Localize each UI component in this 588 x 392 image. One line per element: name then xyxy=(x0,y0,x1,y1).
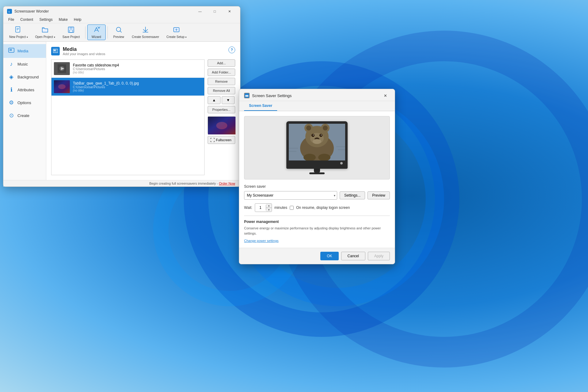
fullscreen-label: Fullscreen xyxy=(216,138,232,142)
preview-label: Preview xyxy=(113,35,124,39)
new-project-icon xyxy=(15,26,22,35)
svg-point-9 xyxy=(98,27,100,28)
settings-dialog: Screen Saver Settings ✕ Screen Saver xyxy=(239,89,395,264)
preview-icon xyxy=(115,26,123,35)
change-power-settings-link[interactable]: Change power settings xyxy=(244,239,279,243)
panel-subtitle: Add your images and videos xyxy=(63,52,105,56)
main-content: Media ♪ Music ◈ Background ℹ Attributes … xyxy=(3,42,240,180)
list-item[interactable]: TabBar_qwe_qwe_1_Tab_{0, 0, 0, 0}.jpg C:… xyxy=(51,78,204,96)
screensaver-select[interactable]: My Screensaver xyxy=(244,191,337,200)
menu-content[interactable]: Content xyxy=(18,17,36,22)
media-preview-thumbnail xyxy=(208,116,235,134)
settings-button[interactable]: Settings... xyxy=(340,191,365,199)
menu-file[interactable]: File xyxy=(6,17,17,22)
nav-buttons: ▲ ▼ xyxy=(208,96,235,104)
wait-value[interactable]: 1 xyxy=(255,205,266,210)
svg-point-12 xyxy=(116,27,121,32)
ok-button[interactable]: OK xyxy=(320,252,338,260)
toolbar-wizard[interactable]: Wizard xyxy=(87,24,106,40)
add-button[interactable]: Add... xyxy=(208,59,235,67)
screensaver-select-wrapper[interactable]: My Screensaver ▾ xyxy=(244,191,337,200)
power-description: Conserve energy or maximize performance … xyxy=(244,226,390,236)
svg-point-36 xyxy=(323,126,328,130)
save-project-icon xyxy=(67,26,75,35)
sidebar: Media ♪ Music ◈ Background ℹ Attributes … xyxy=(3,42,46,180)
power-title: Power management xyxy=(244,220,390,224)
close-button[interactable]: ✕ xyxy=(222,6,236,16)
media-list[interactable]: Favorite cats slideshow.mp4 C:\Users\ces… xyxy=(51,59,205,175)
sidebar-item-music[interactable]: ♪ Music xyxy=(3,58,46,70)
menu-make[interactable]: Make xyxy=(56,17,70,22)
open-project-icon xyxy=(41,26,49,35)
media-layout: Favorite cats slideshow.mp4 C:\Users\ces… xyxy=(51,59,235,175)
attributes-icon: ℹ xyxy=(8,86,14,93)
toolbar-create-setup[interactable]: Create Setup ▾ xyxy=(163,24,190,40)
monitor-base xyxy=(309,172,325,174)
menu-bar: File Content Settings Make Help xyxy=(3,16,240,23)
wait-increment[interactable]: ▲ xyxy=(266,204,272,208)
sidebar-label-music: Music xyxy=(17,62,28,66)
save-project-label: Save Project xyxy=(62,35,80,39)
toolbar-preview[interactable]: Preview xyxy=(110,24,128,40)
help-button[interactable]: ? xyxy=(228,47,235,53)
app-window: S Screensaver Wonder — □ ✕ File Content … xyxy=(3,6,240,187)
toolbar-save-project[interactable]: Save Project xyxy=(59,24,83,40)
fullscreen-button[interactable]: Fullscreen xyxy=(208,136,235,144)
panel-header: Media Add your images and videos ? xyxy=(51,47,235,56)
toolbar-open-project[interactable]: Open Project ▾ xyxy=(32,24,58,40)
move-up-button[interactable]: ▲ xyxy=(208,96,221,104)
menu-help[interactable]: Help xyxy=(71,17,84,22)
svg-point-24 xyxy=(58,84,66,89)
maximize-button[interactable]: □ xyxy=(208,6,222,16)
wait-spinner[interactable]: 1 ▲ ▼ xyxy=(255,203,272,212)
music-icon: ♪ xyxy=(8,61,14,67)
sidebar-item-background[interactable]: ◈ Background xyxy=(3,70,46,83)
media-notitle: (no title) xyxy=(73,71,202,74)
dialog-tabs: Screen Saver xyxy=(239,101,395,111)
cancel-button[interactable]: Cancel xyxy=(341,252,365,260)
svg-rect-17 xyxy=(9,49,12,51)
wait-decrement[interactable]: ▼ xyxy=(266,208,272,212)
order-now-link[interactable]: Order Now xyxy=(219,182,235,185)
list-item[interactable]: Favorite cats slideshow.mp4 C:\Users\ces… xyxy=(51,60,204,78)
open-project-label: Open Project ▾ xyxy=(35,35,55,39)
remove-all-button[interactable]: Remove All xyxy=(208,87,235,94)
resume-label: On resume, display logon screen xyxy=(296,205,350,210)
sidebar-item-options[interactable]: ⚙ Options xyxy=(3,96,46,109)
tab-screen-saver[interactable]: Screen Saver xyxy=(244,101,277,111)
properties-button[interactable]: Properties... xyxy=(208,106,235,113)
dialog-title-left: Screen Saver Settings xyxy=(244,93,292,98)
status-bar: Begin creating full screensavers immedia… xyxy=(3,180,240,187)
monitor-frame xyxy=(286,121,348,169)
move-down-button[interactable]: ▼ xyxy=(222,96,235,104)
screen-saver-label: Screen saver xyxy=(244,184,390,189)
svg-point-26 xyxy=(216,122,227,129)
apply-button[interactable]: Apply xyxy=(368,252,390,260)
create-screensaver-label: Create Screensaver xyxy=(132,35,159,39)
sidebar-item-create[interactable]: ⊙ Create xyxy=(3,109,46,122)
sidebar-item-media[interactable]: Media xyxy=(3,44,46,58)
minimize-button[interactable]: — xyxy=(193,6,207,16)
sidebar-label-options: Options xyxy=(17,100,31,105)
minutes-label: minutes xyxy=(274,205,287,210)
dialog-close-button[interactable]: ✕ xyxy=(381,92,390,99)
dialog-title-bar: Screen Saver Settings ✕ xyxy=(239,89,395,101)
resume-checkbox[interactable] xyxy=(290,206,294,210)
monitor-stand xyxy=(314,169,320,172)
media-buttons: Add... Add Folder... Remove Remove All ▲… xyxy=(208,59,235,175)
toolbar-new-project[interactable]: New Project ▾ xyxy=(6,24,31,40)
remove-button[interactable]: Remove xyxy=(208,78,235,85)
preview-button[interactable]: Preview xyxy=(368,191,390,199)
svg-point-40 xyxy=(313,134,314,136)
svg-rect-28 xyxy=(245,95,248,97)
title-bar-controls: — □ ✕ xyxy=(193,6,236,16)
add-folder-button[interactable]: Add Folder... xyxy=(208,69,235,76)
preview-area xyxy=(244,116,390,179)
sidebar-item-attributes[interactable]: ℹ Attributes xyxy=(3,83,46,96)
svg-line-13 xyxy=(120,31,122,32)
toolbar: New Project ▾ Open Project ▾ Save Projec… xyxy=(3,23,240,42)
toolbar-create-screensaver[interactable]: Create Screensaver xyxy=(129,24,163,40)
menu-settings[interactable]: Settings xyxy=(37,17,55,22)
content-panel: Media Add your images and videos ? xyxy=(46,42,240,180)
app-title: Screensaver Wonder xyxy=(14,9,49,13)
